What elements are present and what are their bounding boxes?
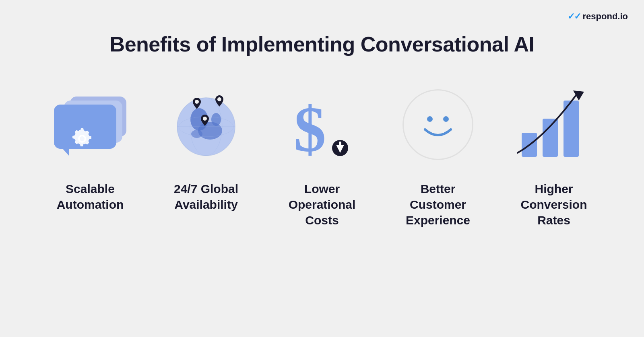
- svg-point-9: [195, 100, 199, 104]
- svg-text:$: $: [294, 93, 326, 161]
- logo-check-icon: ✓✓: [568, 11, 580, 22]
- card-global-availability: 24/7 GlobalAvailability: [148, 80, 264, 220]
- smiley-svg: [414, 101, 462, 149]
- better-experience-icon: [402, 88, 474, 161]
- higher-conversion-icon: [518, 88, 590, 161]
- card-lower-costs: $ LowerOperationalCosts: [264, 80, 380, 236]
- svg-point-17: [443, 116, 449, 122]
- svg-point-4: [211, 113, 221, 126]
- dollar-svg: $: [290, 88, 354, 161]
- scalable-automation-label: ScalableAutomation: [57, 181, 124, 212]
- gear-icon: [70, 127, 94, 155]
- bar-chart-svg: [514, 88, 602, 161]
- scalable-automation-icon: [54, 88, 126, 161]
- better-experience-label: BetterCustomerExperience: [406, 181, 470, 228]
- lower-costs-label: LowerOperationalCosts: [289, 181, 356, 228]
- logo-text: respond.io: [583, 11, 628, 22]
- benefits-cards: ScalableAutomation: [0, 80, 644, 236]
- lower-costs-icon: $: [286, 88, 358, 161]
- svg-rect-19: [543, 119, 558, 157]
- logo: ✓✓ respond.io: [568, 11, 628, 22]
- card-higher-conversion: HigherConversionRates: [496, 80, 612, 236]
- globe-svg: [172, 90, 240, 159]
- svg-point-16: [427, 116, 433, 122]
- page-title: Benefits of Implementing Conversational …: [110, 32, 535, 56]
- higher-conversion-label: HigherConversionRates: [520, 181, 587, 228]
- svg-point-10: [217, 97, 221, 101]
- svg-rect-15: [339, 142, 341, 147]
- card-better-experience: BetterCustomerExperience: [380, 80, 496, 236]
- card-scalable-automation: ScalableAutomation: [32, 80, 148, 220]
- global-availability-label: 24/7 GlobalAvailability: [174, 181, 238, 212]
- svg-point-11: [203, 117, 207, 121]
- global-availability-icon: [170, 88, 242, 161]
